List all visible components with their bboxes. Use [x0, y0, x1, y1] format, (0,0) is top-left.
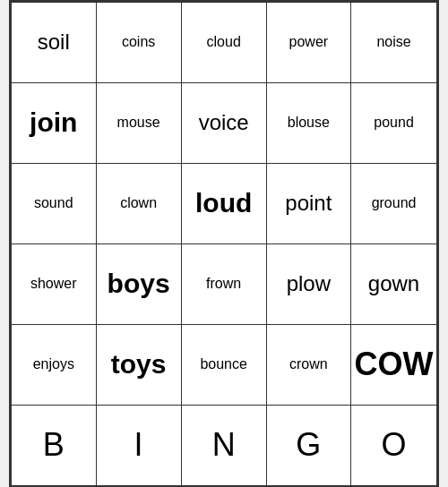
- cell-text: soil: [38, 30, 70, 54]
- bingo-cell-1-0: join: [12, 82, 97, 163]
- cell-text: sound: [34, 195, 73, 210]
- cell-text: cloud: [207, 34, 241, 49]
- cell-text: voice: [199, 110, 249, 134]
- cell-text: toys: [111, 349, 167, 379]
- bingo-cell-3-3: plow: [266, 244, 350, 324]
- bingo-table: soilcoinscloudpowernoisejoinmousevoicebl…: [11, 2, 437, 486]
- bingo-cell-4-3: crown: [266, 324, 350, 405]
- cell-text: power: [289, 34, 329, 49]
- cell-text: gown: [368, 271, 419, 295]
- bingo-header-i: I: [96, 405, 181, 485]
- cell-text: blouse: [288, 115, 330, 130]
- bingo-header-n: N: [181, 405, 266, 485]
- bingo-row-2: soundclownloudpointground: [12, 163, 437, 244]
- bingo-cell-2-4: ground: [351, 163, 437, 244]
- bingo-header-o: O: [351, 405, 437, 485]
- cell-text: noise: [376, 34, 410, 49]
- cell-text: coins: [122, 34, 155, 49]
- bingo-header-g: G: [266, 405, 350, 485]
- bingo-cell-3-1: boys: [96, 244, 181, 324]
- bingo-cell-1-2: voice: [181, 82, 266, 163]
- bingo-cell-0-2: cloud: [181, 2, 266, 82]
- bingo-cell-0-4: noise: [351, 2, 437, 82]
- bingo-cell-0-0: soil: [12, 2, 97, 82]
- bingo-row-4: enjoystoysbouncecrownCOW: [12, 324, 437, 405]
- cell-text: crown: [289, 356, 328, 372]
- bingo-cell-2-3: point: [266, 163, 350, 244]
- bingo-cell-0-3: power: [266, 2, 350, 82]
- bingo-cell-1-1: mouse: [96, 82, 181, 163]
- cell-text: loud: [195, 188, 252, 218]
- cell-text: pound: [374, 115, 414, 130]
- bingo-cell-4-4: COW: [351, 324, 437, 405]
- cell-text: join: [30, 107, 77, 137]
- bingo-cell-4-1: toys: [96, 324, 181, 405]
- bingo-cell-4-2: bounce: [181, 324, 266, 405]
- bingo-header-b: B: [12, 405, 97, 485]
- cell-text: enjoys: [33, 356, 74, 372]
- bingo-cell-1-3: blouse: [266, 82, 350, 163]
- cell-text: plow: [287, 271, 331, 295]
- cell-text: shower: [30, 276, 77, 291]
- bingo-cell-0-1: coins: [96, 2, 181, 82]
- bingo-cell-2-1: clown: [96, 163, 181, 244]
- cell-text: frown: [206, 276, 241, 291]
- bingo-row-1: joinmousevoiceblousepound: [12, 82, 437, 163]
- cell-text: bounce: [200, 356, 247, 372]
- bingo-cell-1-4: pound: [351, 82, 437, 163]
- bingo-cell-3-0: shower: [12, 244, 97, 324]
- cell-text: mouse: [117, 115, 160, 130]
- bingo-cell-2-0: sound: [12, 163, 97, 244]
- cell-text: clown: [120, 195, 157, 210]
- cell-text: COW: [355, 346, 434, 382]
- cell-text: boys: [108, 269, 170, 298]
- bingo-cell-2-2: loud: [181, 163, 266, 244]
- bingo-card: soilcoinscloudpowernoisejoinmousevoicebl…: [9, 0, 439, 487]
- cell-text: point: [285, 191, 332, 215]
- bingo-cell-4-0: enjoys: [12, 324, 97, 405]
- bingo-cell-3-4: gown: [351, 244, 437, 324]
- bingo-row-3: showerboysfrownplowgown: [12, 244, 437, 324]
- bingo-row-0: soilcoinscloudpowernoise: [12, 2, 437, 82]
- bingo-cell-3-2: frown: [181, 244, 266, 324]
- cell-text: ground: [372, 195, 417, 210]
